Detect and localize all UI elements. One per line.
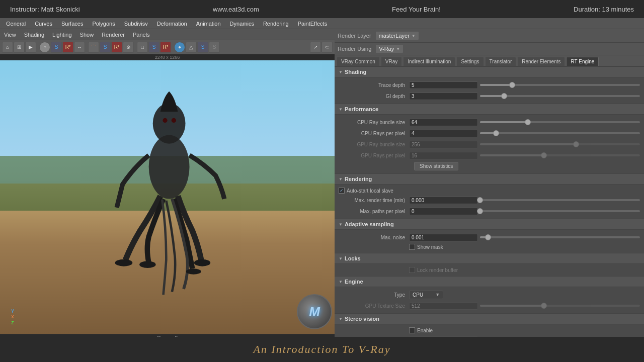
s3-tool[interactable]: S	[148, 42, 159, 53]
s-tool[interactable]: S	[51, 42, 62, 53]
gpu-rays-pixel-label: GPU Rays per pixel	[339, 153, 409, 158]
max-noise-slider[interactable]	[480, 236, 640, 238]
slogan-label: Feed Your Brain!	[392, 6, 441, 13]
performance-section-header[interactable]: ▼ Performance	[335, 104, 644, 115]
sec-renderer[interactable]: Renderer	[102, 32, 125, 38]
sec-view[interactable]: View	[4, 32, 16, 38]
viewport[interactable]: y x z	[0, 60, 335, 334]
r3-tool[interactable]: R²	[111, 42, 122, 53]
w-tool[interactable]: ⊗	[123, 42, 134, 53]
show-statistics-btn[interactable]: Show statistics	[414, 162, 458, 170]
trace-depth-input[interactable]	[409, 81, 478, 89]
sphere-tool[interactable]: ●	[174, 42, 185, 53]
shading-arrow: ▼	[339, 70, 343, 74]
tab-settings[interactable]: Settings	[456, 57, 484, 66]
cpu-rays-pixel-slider[interactable]	[480, 132, 640, 134]
sec-shading[interactable]: Shading	[24, 32, 44, 38]
gpu-texture-row: GPU Texture Size	[335, 300, 644, 311]
home-tool[interactable]: ⌂	[2, 42, 13, 53]
curve-tool[interactable]: ⌒	[88, 42, 99, 53]
menu-general[interactable]: General	[2, 20, 30, 28]
cpu-rays-pixel-label: CPU Rays per pixel	[339, 131, 409, 136]
sec-lighting[interactable]: Lighting	[52, 32, 72, 38]
render-layer-label: Render Layer	[338, 33, 371, 39]
settings-scroll[interactable]: ▼ Shading Trace depth GI depth	[335, 66, 644, 362]
auto-start-row: ✓ Auto-start local slave	[335, 187, 644, 195]
menu-animation[interactable]: Animation	[192, 20, 225, 28]
locks-arrow: ▼	[339, 256, 343, 261]
performance-section-body: CPU Ray bundle size CPU Rays per pixel	[335, 115, 644, 173]
shading-title: Shading	[345, 69, 366, 75]
svg-point-5	[186, 268, 201, 275]
adaptive-arrow: ▼	[339, 222, 343, 227]
tab-indirect[interactable]: Indirect Illumination	[403, 57, 455, 66]
max-render-time-input[interactable]	[409, 197, 478, 204]
gi-depth-input[interactable]	[409, 93, 478, 100]
locks-title: Locks	[345, 255, 361, 261]
max-paths-input[interactable]	[409, 208, 478, 215]
r4-tool[interactable]: R²	[160, 42, 171, 53]
s2-tool[interactable]: S	[100, 42, 111, 53]
menu-bar: General Curves Surfaces Polygons Subdivi…	[0, 18, 644, 29]
select-tool[interactable]: ↗	[310, 42, 321, 53]
axes-indicator: y x z	[5, 308, 20, 328]
tri-tool[interactable]: △	[186, 42, 197, 53]
s4-tool[interactable]: S	[197, 42, 208, 53]
tab-vray[interactable]: VRay	[381, 57, 402, 66]
s5-tool[interactable]: S	[209, 42, 220, 53]
menu-painteffects[interactable]: PaintEffects	[294, 20, 332, 28]
cam-tool[interactable]: ▶	[25, 42, 36, 53]
trace-depth-row: Trace depth	[335, 79, 644, 90]
auto-start-label: Auto-start local slave	[347, 188, 393, 194]
engine-type-dropdown[interactable]: CPU ▼	[409, 291, 443, 299]
shading-section-header[interactable]: ▼ Shading	[335, 66, 644, 77]
rendering-title: Rendering	[345, 176, 372, 182]
render-layer-dropdown[interactable]: masterLayer ▼	[375, 31, 419, 40]
rendering-section-header[interactable]: ▼ Rendering	[335, 173, 644, 185]
box-tool[interactable]: □	[137, 42, 148, 53]
tab-render-elements[interactable]: Render Elements	[517, 57, 565, 66]
sec-panels[interactable]: Panels	[133, 32, 150, 38]
menu-polygons[interactable]: Polygons	[88, 20, 119, 28]
stereo-enable-checkbox[interactable]	[409, 327, 415, 333]
sec-show[interactable]: Show	[80, 32, 94, 38]
cpu-ray-bundle-label: CPU Ray bundle size	[339, 120, 409, 125]
grid-tool[interactable]: ⊞	[14, 42, 25, 53]
menu-deformation[interactable]: Deformation	[153, 20, 191, 28]
cpu-ray-bundle-slider[interactable]	[480, 121, 640, 123]
stereo-title: Stereo vision	[345, 316, 379, 322]
lasso-tool[interactable]: ⊂	[321, 42, 333, 53]
trace-depth-slider[interactable]	[480, 84, 640, 86]
locks-section-header[interactable]: ▼ Locks	[335, 253, 644, 264]
menu-rendering[interactable]: Rendering	[259, 20, 293, 28]
stereo-section-header[interactable]: ▼ Stereo vision	[335, 313, 644, 324]
render-using-dropdown[interactable]: V-Ray ▼	[375, 44, 404, 53]
gpu-texture-label: GPU Texture Size	[339, 303, 409, 309]
gpu-ray-bundle-slider	[480, 143, 640, 145]
adaptive-sampling-section-header[interactable]: ▼ Adaptive sampling	[335, 219, 644, 230]
cpu-rays-pixel-input[interactable]	[409, 130, 478, 137]
svg-point-7	[171, 118, 176, 123]
bottom-bar: An Introduction To V-Ray	[0, 337, 644, 362]
gi-depth-slider[interactable]	[480, 95, 640, 97]
tab-vray-common[interactable]: VRay Common	[337, 57, 380, 66]
menu-dynamics[interactable]: Dynamics	[226, 20, 258, 28]
bottom-text: An Introduction To V-Ray	[253, 343, 390, 356]
max-noise-input[interactable]	[409, 234, 478, 241]
auto-start-checkbox[interactable]: ✓	[339, 188, 345, 194]
menu-curves[interactable]: Curves	[31, 20, 56, 28]
max-paths-row: Max. paths per pixel	[335, 206, 644, 217]
menu-surfaces[interactable]: Surfaces	[57, 20, 87, 28]
move-tool[interactable]: ↔	[74, 42, 85, 53]
engine-section-header[interactable]: ▼ Engine	[335, 276, 644, 287]
tab-translator[interactable]: Translator	[485, 57, 517, 66]
max-render-time-slider[interactable]	[480, 199, 640, 201]
circle-tool[interactable]: ○	[39, 42, 50, 53]
engine-title: Engine	[345, 279, 363, 285]
tab-rt-engine[interactable]: RT Engine	[566, 57, 599, 66]
show-mask-checkbox[interactable]	[409, 244, 415, 250]
r2-tool[interactable]: R²	[62, 42, 73, 53]
cpu-ray-bundle-input[interactable]	[409, 119, 478, 126]
menu-subdivs[interactable]: Subdivisv	[120, 20, 152, 28]
max-paths-slider[interactable]	[480, 210, 640, 212]
